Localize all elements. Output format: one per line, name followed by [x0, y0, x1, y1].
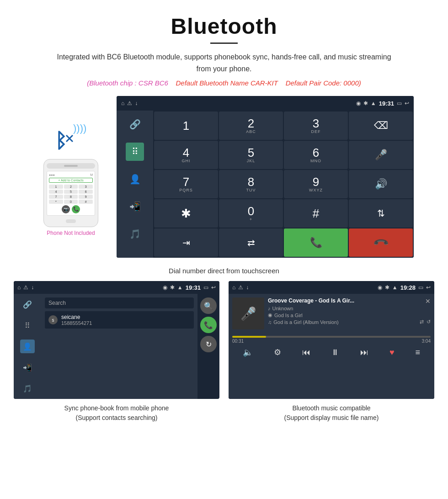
phone-key-4: 4: [49, 190, 63, 194]
spec-name: Default Bluetooth Name CAR-KIT: [176, 79, 278, 87]
music-close-btn[interactable]: ✕: [425, 297, 431, 305]
progress-bar-fill: [232, 336, 266, 338]
home-icon: ⌂: [121, 100, 124, 106]
phone-side: )))) ᛒ ●●●M + Add to Contacts: [34, 118, 107, 236]
sidebar-transfer-icon[interactable]: 📲: [126, 197, 144, 216]
mu-status-bar: ⌂ ⚠ ↓ ◉ ✱ ▲ 19:28 ▭ ↩: [229, 281, 434, 294]
dial-key-swap[interactable]: ⇅: [349, 199, 413, 228]
pb-transfer-icon[interactable]: 📲: [20, 361, 35, 374]
prev-btn[interactable]: ⏮: [302, 348, 310, 357]
signal-icon: )))): [73, 122, 86, 134]
car-dial-screen: ⌂ ⚠ ↓ ◉ ✱ ▲ 19:31 ▭ ↩ 🔗 ⠿: [117, 96, 414, 258]
pb-bt-icon: ✱: [170, 284, 175, 291]
phone-not-included: Phone Not Included: [47, 230, 95, 236]
dial-key-5[interactable]: 5 JKL: [219, 141, 283, 169]
phone-bottom-row: 📷 📞: [49, 205, 93, 213]
sidebar-dialpad-icon[interactable]: ⠿: [126, 143, 144, 161]
phone-key-8: 8: [64, 195, 78, 199]
bt-status-icon: ✱: [363, 100, 368, 106]
contact-info: seicane 15885554271: [61, 314, 190, 326]
next-btn[interactable]: ⏭: [360, 348, 368, 357]
pb-status-bar: ⌂ ⚠ ↓ ◉ ✱ ▲ 19:31 ▭ ↩: [14, 281, 219, 294]
status-time: 19:31: [379, 100, 394, 107]
dial-key-call[interactable]: 📞: [284, 228, 348, 257]
dial-key-volume[interactable]: 🔊: [349, 170, 413, 198]
pb-contacts-icon[interactable]: 👤: [20, 340, 35, 353]
back-icon[interactable]: ↩: [405, 100, 409, 106]
dial-key-3[interactable]: 3 DEF: [284, 111, 348, 140]
pb-call-btn[interactable]: 📞: [200, 317, 217, 333]
gps-icon: ◉: [356, 100, 361, 106]
spec-code: Default Pair Code: 0000): [286, 79, 361, 87]
music-item: ⌂ ⚠ ↓ ◉ ✱ ▲ 19:28 ▭ ↩: [229, 281, 434, 423]
playlist-btn[interactable]: ≡: [416, 348, 421, 357]
pb-search-btn[interactable]: 🔍: [200, 297, 217, 314]
phone-key-star: *: [49, 200, 63, 204]
heart-btn[interactable]: ♥: [389, 348, 395, 357]
pb-battery-icon: ▭: [203, 284, 208, 291]
sidebar-link-icon[interactable]: 🔗: [126, 115, 144, 133]
repeat-icon[interactable]: ↺: [427, 319, 431, 325]
dial-key-merge[interactable]: ⇥: [154, 228, 218, 257]
pb-time: 19:31: [186, 284, 201, 291]
dial-key-4[interactable]: 4 GHI: [154, 141, 218, 169]
dial-key-0[interactable]: 0 +: [219, 199, 283, 228]
mu-time: 19:28: [400, 284, 416, 291]
contact-avatar: s: [48, 315, 58, 324]
dial-key-2[interactable]: 2 ABC: [219, 111, 283, 140]
phonebook-content: Search s seicane 15885554271: [41, 294, 197, 399]
phone-speaker: [64, 165, 78, 167]
phonebook-screen: ⌂ ⚠ ↓ ◉ ✱ ▲ 19:31 ▭ ↩: [14, 281, 219, 399]
sidebar-music-icon[interactable]: 🎵: [126, 225, 144, 243]
eq-btn[interactable]: ⚙: [274, 347, 281, 357]
pb-dialpad-icon[interactable]: ⠿: [20, 319, 35, 332]
volume-ctrl-btn[interactable]: 🔈: [243, 347, 253, 357]
bluetooth-specs: (Bluetooth chip : CSR BC6 Default Blueto…: [18, 79, 430, 87]
shuffle-icon[interactable]: ⇄: [420, 319, 424, 325]
page-container: Bluetooth Integrated with BC6 Bluetooth …: [0, 0, 448, 423]
phone-key-0: 0: [64, 200, 78, 204]
mu-status-right: ◉ ✱ ▲ 19:28 ▭ ↩: [378, 284, 431, 291]
bt-symbol: ᛒ: [55, 129, 67, 152]
progress-total: 3:04: [422, 339, 431, 344]
page-title: Bluetooth: [18, 14, 430, 39]
title-underline: [210, 42, 238, 44]
dial-key-star[interactable]: ✱: [154, 199, 218, 228]
dial-key-6[interactable]: 6 MNO: [284, 141, 348, 169]
warning-icon: ⚠: [127, 100, 132, 106]
dial-key-end[interactable]: 📞: [349, 228, 413, 257]
play-pause-btn[interactable]: ⏸: [331, 348, 339, 357]
mu-battery-icon: ▭: [418, 284, 423, 291]
album-art: 🎤: [232, 297, 264, 329]
pb-refresh-btn[interactable]: ↻: [200, 336, 217, 352]
pb-link-icon[interactable]: 🔗: [20, 297, 35, 311]
mu-back-icon[interactable]: ↩: [426, 284, 431, 291]
phone-status: ●●●M: [49, 173, 93, 176]
progress-current: 00:31: [232, 339, 244, 344]
contact-entry[interactable]: s seicane 15885554271: [45, 311, 194, 329]
bottom-screenshots: ⌂ ⚠ ↓ ◉ ✱ ▲ 19:31 ▭ ↩: [0, 281, 448, 423]
phone-key-6: 6: [79, 190, 93, 194]
mu-caption-line2: (Support display music file name): [284, 414, 379, 421]
sidebar-contacts-icon[interactable]: 👤: [126, 170, 144, 188]
progress-bar-bg[interactable]: [232, 336, 431, 338]
phone-top-bar: [47, 163, 95, 169]
pb-music-icon[interactable]: 🎵: [20, 382, 35, 395]
pb-back-icon[interactable]: ↩: [211, 284, 216, 291]
music-note-icon: ♪: [268, 306, 271, 311]
music-header: 🎤 Groove Coverage - God Is A Gir... ✕ ♪ …: [232, 297, 431, 329]
mu-status-left: ⌂ ⚠ ↓: [232, 284, 249, 291]
pb-sidebar: 🔗 ⠿ 👤 📲 🎵: [14, 294, 41, 399]
phonebook-item: ⌂ ⚠ ↓ ◉ ✱ ▲ 19:31 ▭ ↩: [14, 281, 219, 423]
search-bar[interactable]: Search: [45, 297, 194, 308]
dial-key-backspace[interactable]: ⌫: [349, 111, 413, 140]
dial-key-1[interactable]: 1: [154, 111, 218, 140]
pb-status-left: ⌂ ⚠ ↓: [17, 284, 34, 291]
dial-key-mute[interactable]: 🎤: [349, 141, 413, 169]
dial-key-9[interactable]: 9 WXYZ: [284, 170, 348, 198]
contact-name: seicane: [61, 314, 190, 320]
dial-key-transfer[interactable]: ⇄: [219, 228, 283, 257]
dial-key-7[interactable]: 7 PQRS: [154, 170, 218, 198]
dial-key-hash[interactable]: #: [284, 199, 348, 228]
dial-key-8[interactable]: 8 TUV: [219, 170, 283, 198]
